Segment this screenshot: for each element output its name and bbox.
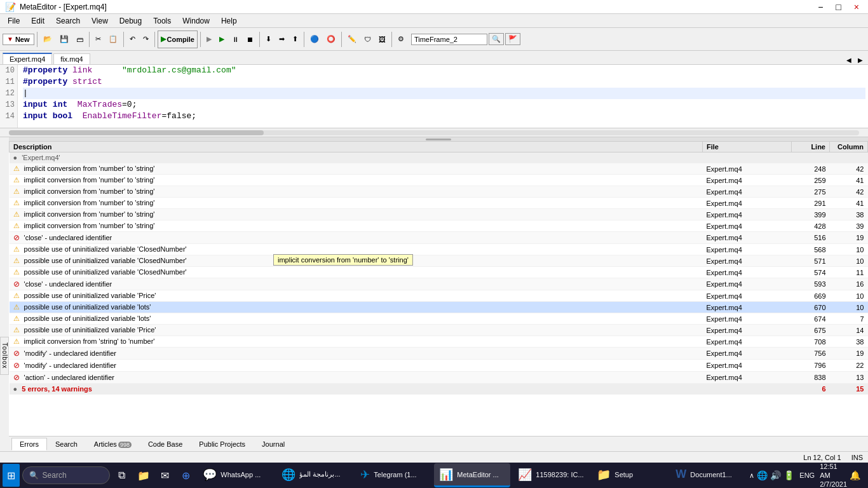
- table-row[interactable]: ⚠ possible use of uninitialized variable…: [10, 313, 868, 325]
- tab-public-projects[interactable]: Public Projects: [191, 438, 254, 450]
- tab-fix-mq4[interactable]: fix.mq4: [53, 53, 90, 64]
- col-file[interactable]: File: [703, 142, 792, 152]
- chrome-button[interactable]: ⊕: [177, 463, 196, 487]
- menu-view[interactable]: View: [86, 15, 113, 27]
- redo-button[interactable]: ↷: [140, 30, 152, 48]
- tab-bar: Expert.mq4 fix.mq4 ◀ ▶: [0, 51, 868, 65]
- table-row[interactable]: ⚠ possible use of uninitialized variable…: [10, 325, 868, 336]
- compile-button[interactable]: ▶ Compile: [158, 30, 198, 48]
- table-row[interactable]: ⚠ implicit conversion from 'string' to '…: [10, 336, 868, 348]
- table-row[interactable]: ⊘ 'close' - undeclared identifier Expert…: [10, 232, 868, 244]
- menu-window[interactable]: Window: [177, 15, 215, 27]
- warn-icon: ⚠: [13, 315, 20, 322]
- run-button[interactable]: ▶: [203, 30, 215, 48]
- toolbox-tab[interactable]: Toolbox: [0, 337, 9, 375]
- table-row[interactable]: ⚠ implicit conversion from 'number' to '…: [10, 186, 868, 198]
- stop-button[interactable]: ⏹: [243, 30, 257, 48]
- pause-button[interactable]: ⏸: [229, 30, 242, 48]
- step-out-button[interactable]: ⬆: [289, 30, 301, 48]
- table-row[interactable]: ● 'Expert.mq4': [10, 152, 868, 163]
- tab-expert-mq4[interactable]: Expert.mq4: [3, 53, 52, 64]
- table-row[interactable]: ⊘ 'modify' - undeclared identifier Exper…: [10, 348, 868, 360]
- open-button[interactable]: 📂: [40, 30, 55, 48]
- menu-edit[interactable]: Edit: [26, 15, 50, 27]
- copy-button[interactable]: 📋: [105, 30, 121, 48]
- step-into-button[interactable]: ⬇: [262, 30, 275, 48]
- tab-search[interactable]: Search: [47, 438, 86, 450]
- menu-file[interactable]: File: [3, 15, 25, 27]
- new-button[interactable]: ▼ New: [3, 34, 34, 45]
- taskbar-app-whatsapp[interactable]: 💬 WhatsApp ...: [198, 463, 274, 487]
- menu-search[interactable]: Search: [51, 15, 85, 27]
- table-row[interactable]: ⊘ 'modify' - undeclared identifier Exper…: [10, 360, 868, 372]
- save-all-button[interactable]: 🗃: [73, 30, 86, 48]
- tab-journal[interactable]: Journal: [254, 438, 293, 450]
- menu-debug[interactable]: Debug: [114, 15, 147, 27]
- row-line: 571: [792, 255, 830, 267]
- table-row[interactable]: ⚠ possible use of uninitialized variable…: [10, 302, 868, 313]
- minimize-button[interactable]: −: [814, 2, 827, 12]
- table-row[interactable]: ⚠ implicit conversion from 'number' to '…: [10, 220, 868, 232]
- tray-expand-button[interactable]: ∧: [749, 471, 754, 480]
- table-row[interactable]: ⊘ 'close' - undeclared identifier Expert…: [10, 278, 868, 290]
- date-display: 2/7/2021: [820, 480, 847, 488]
- tf-flag-button[interactable]: 🚩: [505, 33, 520, 45]
- row-col: 38: [830, 336, 868, 348]
- menu-help[interactable]: Help: [216, 15, 242, 27]
- table-row[interactable]: ⚠ possible use of uninitialized variable…: [10, 244, 868, 255]
- play-button[interactable]: ▶: [216, 30, 227, 48]
- hscrollbar[interactable]: [0, 128, 868, 137]
- bp-button1[interactable]: 🔵: [307, 30, 322, 48]
- mail-button[interactable]: ✉: [155, 463, 174, 487]
- table-row[interactable]: ⚠ possible use of uninitialized variable…: [10, 267, 868, 278]
- maximize-button[interactable]: □: [832, 2, 844, 12]
- code-content[interactable]: #property link "mrdollar.cs@gmail.com" #…: [20, 65, 868, 122]
- cut-button[interactable]: ✂: [92, 30, 104, 48]
- step-over-button[interactable]: ➡: [276, 30, 288, 48]
- start-button[interactable]: ⊞: [3, 464, 20, 487]
- pen-button[interactable]: ✏️: [344, 30, 360, 48]
- table-row[interactable]: ⚠ implicit conversion from 'number' to '…: [10, 198, 868, 209]
- gear-button[interactable]: ⚙: [395, 30, 407, 48]
- tf-search-button[interactable]: 🔍: [489, 33, 504, 45]
- table-row[interactable]: ● 5 errors, 14 warnings 6 15: [10, 384, 868, 395]
- col-desc[interactable]: Description: [10, 142, 703, 152]
- table-row[interactable]: ⚠ implicit conversion from 'number' to '…: [10, 163, 868, 175]
- taskbar-app-metaeditor[interactable]: 📊 MetaEditor ...: [434, 463, 510, 487]
- col-column[interactable]: Column: [830, 142, 868, 152]
- taskbar-search[interactable]: 🔍 Search: [22, 466, 111, 484]
- bp-button2[interactable]: ⭕: [323, 30, 339, 48]
- close-button[interactable]: ×: [850, 2, 863, 12]
- table-row[interactable]: ⚠ possible use of uninitialized variable…: [10, 290, 868, 302]
- toolbar: ▼ New 📂 💾 🗃 ✂ 📋 ↶ ↷ ▶ Compile ▶ ▶ ⏸ ⏹: [0, 28, 868, 51]
- tab-articles[interactable]: Articles998: [86, 438, 140, 450]
- tab-prev-button[interactable]: ◀: [844, 56, 854, 64]
- tab-errors[interactable]: Errors: [11, 438, 47, 451]
- sep7: [304, 32, 304, 47]
- code-editor[interactable]: 10 11 12 13 14 #property link "mrdollar.…: [0, 65, 868, 128]
- table-row[interactable]: ⚠ implicit conversion from 'number' to '…: [10, 209, 868, 220]
- hscroll-track[interactable]: [9, 130, 859, 135]
- shield-button[interactable]: 🛡: [361, 30, 374, 48]
- menu-tools[interactable]: Tools: [148, 15, 176, 27]
- tab-code-base[interactable]: Code Base: [140, 438, 191, 450]
- clock[interactable]: 12:51 AM 2/7/2021: [820, 462, 847, 488]
- taskbar-app-setup[interactable]: 📁 Setup: [592, 463, 668, 487]
- taskbar-app-telegram[interactable]: ✈ Telegram (1...: [355, 463, 431, 487]
- col-line[interactable]: Line: [792, 142, 830, 152]
- table-row[interactable]: ⚠ possible use of uninitialized variable…: [10, 255, 868, 267]
- notification-button[interactable]: 🔔: [850, 470, 860, 480]
- file-explorer-button[interactable]: 📁: [134, 463, 153, 487]
- pause-icon: ⏸: [232, 36, 239, 43]
- timeframe-input[interactable]: [411, 34, 487, 45]
- image-button[interactable]: 🖼: [376, 30, 389, 48]
- table-row[interactable]: ⊘ 'action' - undeclared identifier Exper…: [10, 372, 868, 384]
- tab-next-button[interactable]: ▶: [855, 56, 865, 64]
- taskbar-app-browser[interactable]: 🌐 برنامجة المؤ...: [276, 463, 353, 487]
- taskbar-app-word[interactable]: W Document1...: [670, 463, 747, 487]
- undo-button[interactable]: ↶: [126, 30, 139, 48]
- taskbar-app-mt5[interactable]: 📈 11598239: IC...: [513, 463, 589, 487]
- table-row[interactable]: ⚠ implicit conversion from 'number' to '…: [10, 175, 868, 186]
- task-view-button[interactable]: ⧉: [112, 463, 132, 487]
- save-button[interactable]: 💾: [57, 30, 72, 48]
